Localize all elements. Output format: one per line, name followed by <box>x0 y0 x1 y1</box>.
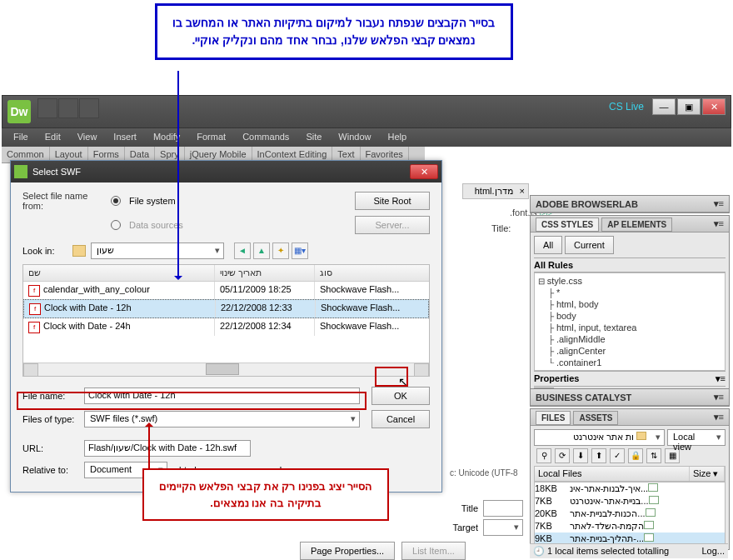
file-row[interactable]: ...איך-לבנות-אתר-אינ18KB <box>535 482 725 495</box>
tab-assets[interactable]: ASSETS <box>573 411 618 425</box>
cslive-label[interactable]: CS Live <box>602 101 651 112</box>
prop-target-dropdown[interactable] <box>483 519 523 536</box>
dialog-close-button[interactable]: ✕ <box>410 164 438 179</box>
menu-view[interactable]: View <box>69 128 106 147</box>
menu-insert[interactable]: Insert <box>105 128 145 147</box>
page-properties-button[interactable]: Page Properties... <box>300 542 395 560</box>
css-current-button[interactable]: Current <box>565 236 614 254</box>
html-icon <box>644 533 654 542</box>
filetype-dropdown[interactable]: SWF files (*.swf) <box>84 411 360 428</box>
arrow-blue <box>177 71 179 278</box>
file-row[interactable]: ...הכנות-לבניית-אתר20KB <box>535 508 725 520</box>
col-localfiles[interactable]: Local Files <box>535 467 690 481</box>
ok-button[interactable]: OK <box>371 387 430 405</box>
put-icon[interactable]: ⬆ <box>591 448 606 463</box>
col-date[interactable]: תאריך שינוי <box>215 265 315 281</box>
panel-menu-icon[interactable]: ▾≡ <box>716 373 726 384</box>
lookin-dropdown[interactable]: שעון <box>91 242 224 259</box>
menu-site[interactable]: Site <box>297 128 330 147</box>
instruction-callout-top: בסייר הקבצים שנפתח נעבור למיקום בתיקיות … <box>155 3 513 60</box>
log-link[interactable]: Log... <box>701 546 725 557</box>
title-label: Title: <box>491 223 511 233</box>
tab-css-styles[interactable]: CSS STYLES <box>536 218 599 232</box>
css-rule[interactable]: ├ .alignCenter <box>536 345 723 357</box>
tab-ap-elements[interactable]: AP ELEMENTS <box>601 218 672 232</box>
dreamweaver-icon: Dw <box>7 100 31 123</box>
panel-menu-icon[interactable]: ▾≡ <box>714 218 724 229</box>
col-name[interactable]: שם <box>23 265 215 281</box>
menubar: File Edit View Insert Modify Format Comm… <box>2 128 731 147</box>
lookin-label: Look in: <box>22 246 67 256</box>
menu-edit[interactable]: Edit <box>37 128 69 147</box>
refresh-icon[interactable]: ⟳ <box>555 448 570 463</box>
viewmenu-icon[interactable]: ▦▾ <box>292 242 308 259</box>
menu-window[interactable]: Window <box>330 128 379 147</box>
url-label: URL: <box>22 443 79 453</box>
back-icon[interactable]: ◄ <box>234 242 251 259</box>
col-type[interactable]: סוג <box>315 265 419 281</box>
dialog-title: Select SWF <box>32 167 81 177</box>
get-icon[interactable]: ⬇ <box>573 448 588 463</box>
app-chrome: Dw CS Live — ▣ ✕ <box>2 95 731 128</box>
html-icon <box>644 521 654 529</box>
cursor-icon: ↖ <box>398 375 408 388</box>
panel-menu-icon[interactable]: ▾≡ <box>714 412 724 422</box>
file-row[interactable]: ...בניית-אתר-אינטרנט7KB <box>535 495 725 508</box>
close-button[interactable]: ✕ <box>702 98 726 115</box>
checkout-icon[interactable]: ✓ <box>610 448 625 463</box>
file-row[interactable]: fClock with Date - 24h 22/12/2008 12:34 … <box>23 318 429 336</box>
menu-format[interactable]: Format <box>188 128 234 147</box>
dialog-titlebar: Select SWF ✕ <box>11 161 441 182</box>
css-rule[interactable]: ├ html, body <box>536 298 723 310</box>
css-rule[interactable]: ├ * <box>536 287 723 298</box>
files-status: 🕘 1 local items selected totalling Log..… <box>530 543 728 558</box>
radio-datasources[interactable] <box>111 220 121 230</box>
site-root-button[interactable]: Site Root <box>355 192 430 210</box>
radio-datasources-label: Data sources <box>129 220 183 230</box>
folder-icon <box>636 432 646 440</box>
file-row[interactable]: fClock with Date - 12h 22/12/2008 12:33 … <box>23 299 429 318</box>
menu-modify[interactable]: Modify <box>145 128 188 147</box>
restore-button[interactable]: ▣ <box>677 98 701 115</box>
view-dropdown[interactable]: Local view <box>667 429 726 446</box>
css-file[interactable]: ⊟ style.css <box>536 275 723 287</box>
server-button: Server... <box>355 216 430 234</box>
panel-business-catalyst[interactable]: BUSINESS CATALYST▾≡ <box>530 388 730 407</box>
file-list-scrollbar[interactable] <box>23 362 429 376</box>
sync-icon[interactable]: ⇅ <box>646 448 661 463</box>
checkin-icon[interactable]: 🔒 <box>628 448 643 463</box>
css-all-button[interactable]: All <box>534 236 562 254</box>
site-dropdown[interactable]: ות אתר אינטרנט <box>534 429 665 446</box>
menu-file[interactable]: File <box>5 128 37 147</box>
tab-files[interactable]: FILES <box>536 411 571 425</box>
quick-toolbar <box>37 98 99 118</box>
newfolder-icon[interactable]: ✦ <box>272 242 289 259</box>
file-row[interactable]: הקמת-השלד-לאתר7KB <box>535 520 725 532</box>
connect-icon[interactable]: ⚲ <box>536 448 551 463</box>
css-rule[interactable]: └ .container1 <box>536 357 723 368</box>
minimize-button[interactable]: — <box>652 98 676 115</box>
cancel-button[interactable]: Cancel <box>371 410 430 428</box>
filename-input[interactable]: Clock with Date - 12h <box>84 388 360 404</box>
up-icon[interactable]: ▲ <box>253 242 270 259</box>
css-rule[interactable]: ├ body <box>536 310 723 322</box>
arrow-red <box>148 425 150 470</box>
panel-browserlab[interactable]: ADOBE BROWSERLAB▾≡ <box>530 195 730 213</box>
css-rule[interactable]: ├ html, input, textarea <box>536 322 723 333</box>
layout-btn[interactable] <box>37 98 57 118</box>
css-rule[interactable]: ├ .alignMiddle <box>536 333 723 345</box>
panel-menu-icon[interactable]: ▾≡ <box>714 392 724 402</box>
site-btn[interactable] <box>79 98 99 118</box>
url-input[interactable]: Flash/שעון/Clock with Date - 12h.swf <box>84 440 251 457</box>
col-size[interactable]: Size ▾ <box>690 467 725 481</box>
list-item-button: List Item... <box>401 542 466 560</box>
file-row[interactable]: fcalendar_with_any_colour 05/11/2009 18:… <box>23 282 429 299</box>
document-tab[interactable]: ×מדרן.html <box>462 183 529 199</box>
select-swf-dialog: Select SWF ✕ Select file name from: File… <box>10 160 442 492</box>
menu-commands[interactable]: Commands <box>234 128 297 147</box>
prop-title-input[interactable] <box>483 500 523 517</box>
extend-btn[interactable] <box>58 98 78 118</box>
radio-filesystem[interactable] <box>111 196 121 206</box>
panel-menu-icon[interactable]: ▾≡ <box>714 198 724 209</box>
menu-help[interactable]: Help <box>379 128 415 147</box>
